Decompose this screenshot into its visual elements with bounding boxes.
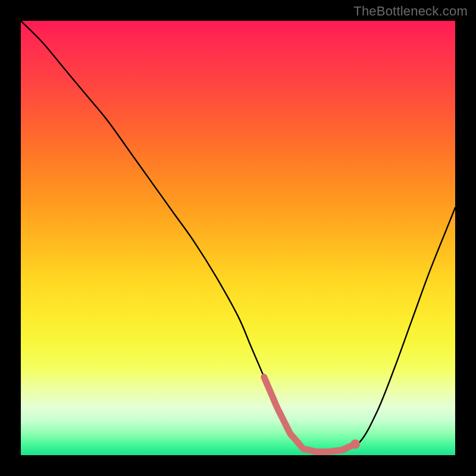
plot-area [21,21,455,455]
curve-svg [21,21,455,455]
chart-frame: TheBottleneck.com [0,0,476,476]
watermark-text: TheBottleneck.com [353,4,468,19]
bottleneck-curve-highlight [264,377,355,452]
highlight-dot [350,439,360,449]
bottleneck-curve [21,21,455,452]
curve-layer [21,21,455,452]
